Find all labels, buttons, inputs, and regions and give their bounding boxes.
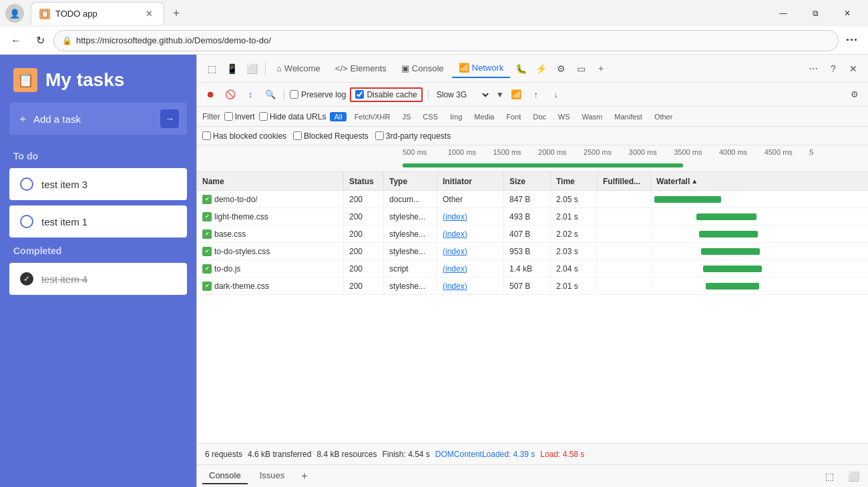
panel-console[interactable]: ▣ Console [395, 59, 451, 78]
tab-console[interactable]: Console [202, 468, 248, 484]
tab-close-button[interactable]: ✕ [142, 7, 156, 21]
layout-icon-button[interactable]: ▭ [572, 59, 590, 78]
table-row[interactable]: ✔ to-do-styles.css 200 styleshe... (inde… [197, 243, 868, 260]
hide-data-urls-checkbox[interactable] [259, 112, 268, 121]
filter-type-font[interactable]: Font [502, 112, 525, 121]
fetch-filter-button[interactable]: ↕ [242, 87, 258, 103]
tl-label-4: 2500 ms [584, 148, 629, 156]
clear-button[interactable]: 🚫 [222, 87, 238, 103]
throttle-select[interactable]: Slow 3G Fast 3G No throttling [434, 89, 491, 100]
list-item[interactable]: test item 1 [9, 205, 187, 237]
blocked-requests-checkbox[interactable] [293, 131, 302, 140]
table-row[interactable]: ✔ to-do.js 200 script (index) 1.4 kB 2.0… [197, 260, 868, 278]
col-header-waterfall[interactable]: Waterfall ▲ [651, 172, 868, 190]
item-text: test item 1 [41, 216, 87, 227]
cell-waterfall [651, 191, 868, 207]
item-checkbox[interactable] [20, 177, 33, 191]
disable-cache-checkbox[interactable] [355, 90, 364, 99]
col-header-initiator[interactable]: Initiator [437, 172, 504, 190]
tl-label-0: 500 ms [403, 148, 448, 156]
col-header-status[interactable]: Status [344, 172, 384, 190]
address-bar[interactable]: 🔒 https://microsoftedge.github.io/Demos/… [53, 30, 839, 51]
item-checkbox[interactable] [20, 215, 33, 228]
add-tab-button[interactable]: ＋ [299, 469, 310, 483]
invert-checkbox[interactable] [224, 112, 233, 121]
table-row[interactable]: ✔ dark-theme.css 200 styleshe... (index)… [197, 278, 868, 295]
search-network-button[interactable]: 🔍 [262, 87, 278, 103]
undock-button[interactable]: ⬜ [844, 467, 863, 486]
filter-type-wasm[interactable]: Wasm [578, 112, 607, 121]
close-button[interactable]: ✕ [832, 3, 863, 24]
preserve-log-checkbox-label[interactable]: Preserve log [290, 90, 346, 99]
cell-waterfall [651, 278, 868, 294]
back-button[interactable]: ← [5, 30, 27, 51]
cell-status: 200 [344, 208, 384, 225]
filter-type-js[interactable]: JS [398, 112, 415, 121]
cell-type: styleshe... [384, 208, 437, 225]
invert-checkbox-label[interactable]: Invert [224, 112, 255, 121]
table-row[interactable]: ✔ base.css 200 styleshe... (index) 407 B… [197, 225, 868, 243]
inspect-element-button[interactable]: ⬚ [202, 59, 221, 78]
broadcast-button[interactable]: ⬜ [242, 59, 261, 78]
close-devtools-button[interactable]: ✕ [844, 59, 863, 78]
filter-type-fetch-xhr[interactable]: Fetch/XHR [351, 112, 395, 121]
more-tools-button[interactable]: ⋯ [804, 59, 823, 78]
list-item[interactable]: ✓ test item 4 [9, 263, 187, 295]
table-row[interactable]: ✔ light-theme.css 200 styleshe... (index… [197, 208, 868, 225]
item-checkbox-checked[interactable]: ✓ [20, 272, 33, 286]
device-emulation-button[interactable]: 📱 [222, 59, 241, 78]
filter-type-all[interactable]: All [330, 112, 346, 121]
network-settings-button[interactable]: ⚙ [847, 87, 863, 103]
hide-data-urls-checkbox-label[interactable]: Hide data URLs [259, 112, 327, 121]
tl-label-9: 5 [809, 148, 855, 156]
filter-type-other[interactable]: Other [650, 112, 677, 121]
resources-size: 8.4 kB resources [316, 450, 377, 459]
browser-tab[interactable]: 📋 TODO app ✕ [31, 2, 164, 25]
refresh-button[interactable]: ↻ [29, 30, 51, 51]
filter-type-media[interactable]: Media [470, 112, 498, 121]
timeline-green-bar [403, 163, 683, 167]
col-header-time[interactable]: Time [551, 172, 598, 190]
table-row[interactable]: ✔ demo-to-do/ 200 docum... Other 847 B 2… [197, 191, 868, 208]
waterfall-bar [706, 283, 759, 290]
profile-avatar[interactable]: 👤 [5, 4, 24, 23]
add-panel-button[interactable]: ＋ [592, 59, 610, 78]
minimize-button[interactable]: — [768, 3, 799, 24]
tab-issues[interactable]: Issues [253, 468, 292, 484]
filter-type-img[interactable]: Img [446, 112, 466, 121]
panel-welcome[interactable]: ⌂ Welcome [270, 59, 327, 78]
blocked-cookies-label[interactable]: Has blocked cookies [202, 131, 286, 141]
finish-time: Finish: 4.54 s [382, 450, 429, 459]
add-task-button[interactable]: ＋ Add a task → [9, 103, 187, 135]
help-button[interactable]: ? [824, 59, 843, 78]
filter-type-manifest[interactable]: Manifest [610, 112, 646, 121]
blocked-requests-label[interactable]: Blocked Requests [293, 131, 369, 141]
performance-icon-button[interactable]: ⚡ [531, 59, 550, 78]
filter-type-css[interactable]: CSS [419, 112, 442, 121]
list-item[interactable]: test item 3 [9, 168, 187, 200]
record-button[interactable]: ⏺ [202, 87, 218, 103]
restore-button[interactable]: ⧉ [800, 3, 831, 24]
col-header-size[interactable]: Size [504, 172, 551, 190]
tl-label-2: 1500 ms [493, 148, 538, 156]
col-header-type[interactable]: Type [384, 172, 437, 190]
panel-elements[interactable]: </> Elements [329, 59, 393, 78]
more-button[interactable]: ··· [841, 30, 863, 51]
third-party-checkbox[interactable] [375, 131, 384, 140]
add-task-arrow: → [160, 109, 179, 128]
panel-network[interactable]: 📶 Network [452, 59, 511, 78]
col-header-fulfilled[interactable]: Fulfilled... [598, 172, 651, 190]
waterfall-bar [696, 213, 756, 220]
new-tab-button[interactable]: + [167, 4, 186, 23]
third-party-label[interactable]: 3rd-party requests [375, 131, 451, 141]
filter-type-ws[interactable]: WS [554, 112, 574, 121]
dock-side-button[interactable]: ⬚ [820, 467, 839, 486]
sort-arrow: ▲ [691, 177, 698, 185]
network-table: Name Status Type Initiator Size Time Ful… [197, 172, 868, 443]
settings-icon-button[interactable]: ⚙ [552, 59, 570, 78]
preserve-log-checkbox[interactable] [290, 90, 298, 99]
col-header-name[interactable]: Name [197, 172, 344, 190]
blocked-cookies-checkbox[interactable] [202, 131, 211, 140]
debug-icon-button[interactable]: 🐛 [511, 59, 530, 78]
filter-type-doc[interactable]: Doc [529, 112, 550, 121]
